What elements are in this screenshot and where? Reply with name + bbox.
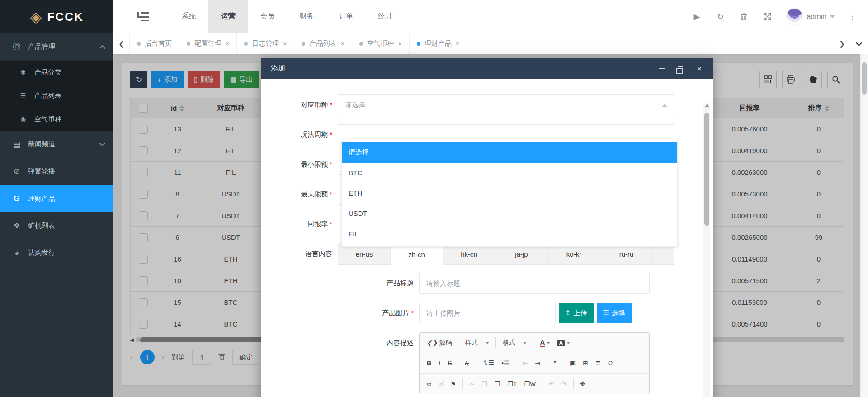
refresh-icon[interactable]: ↻: [715, 12, 725, 22]
dropdown-option-eth[interactable]: ETH: [342, 183, 677, 203]
ordered-list-button[interactable]: ⒈☰: [480, 358, 497, 369]
nav-item-finance[interactable]: 财务: [287, 0, 326, 33]
lang-tab-hk-cn[interactable]: hk-cn: [443, 244, 495, 264]
tabs-collapse-button[interactable]: [850, 33, 868, 54]
tab-logs[interactable]: 日志管理 ×: [237, 33, 294, 54]
dropdown-option-placeholder[interactable]: 请选择: [342, 142, 677, 163]
lang-tab-ru-ru[interactable]: ru-ru: [600, 244, 653, 264]
anchor-flag-button[interactable]: ⚑: [448, 379, 459, 389]
close-icon[interactable]: ×: [340, 40, 344, 47]
tabs-scroll-left[interactable]: ❮: [113, 33, 130, 54]
close-icon[interactable]: ×: [456, 40, 459, 47]
tab-home[interactable]: 后台首页: [130, 33, 179, 54]
link-button[interactable]: ∞: [424, 379, 434, 389]
tab-product-list[interactable]: 产品列表 ×: [294, 33, 352, 54]
list-icon: ☰: [18, 92, 28, 99]
scroll-up-icon[interactable]: [705, 104, 709, 107]
product-image-input[interactable]: [419, 303, 556, 323]
source-code-button[interactable]: ❮❯源码: [424, 337, 454, 348]
remove-format-button[interactable]: Iₓ: [462, 358, 472, 368]
top-navbar: 系统 运营 会员 财务 订单 统计 ▶ ↻ admin ⋮: [113, 0, 868, 33]
nav-item-order[interactable]: 订单: [326, 0, 366, 33]
sidebar-group-product-management[interactable]: Ⓟ 产品管理: [0, 33, 113, 61]
paste-button[interactable]: ❒: [492, 379, 503, 389]
tabs-scroll-right[interactable]: ❯: [834, 33, 850, 54]
tab-config[interactable]: 配置管理 ×: [179, 33, 237, 54]
upload-button[interactable]: ↥上传: [559, 303, 594, 323]
tab-dot: [244, 42, 248, 46]
dialog-titlebar[interactable]: 添加 ×: [261, 58, 713, 79]
nav-item-member[interactable]: 会员: [248, 0, 287, 33]
cycle-field-label: 玩法周期*: [261, 131, 332, 139]
sidebar-item-miner-list[interactable]: ❖ 矿机列表: [0, 212, 113, 239]
text-color-button[interactable]: A: [537, 337, 553, 349]
bg-color-button[interactable]: A: [555, 338, 572, 348]
close-icon[interactable]: ×: [226, 40, 229, 47]
close-icon[interactable]: ×: [283, 40, 287, 47]
sidebar-item-product-category[interactable]: ✱ 产品分类: [0, 61, 113, 84]
blockquote-button[interactable]: ”: [551, 358, 559, 368]
cut-button[interactable]: ✂: [467, 379, 477, 389]
gear-icon: ✱: [18, 69, 28, 76]
nav-item-system[interactable]: 系统: [169, 0, 208, 33]
scrollbar-thumb[interactable]: [704, 113, 709, 226]
product-title-input[interactable]: [419, 273, 650, 294]
tab-dot: [187, 42, 190, 46]
sidebar-submenu: ✱ 产品分类 ☰ 产品列表 ◉ 空气币种: [0, 61, 113, 131]
page-scrollbar[interactable]: [860, 54, 868, 397]
more-options-icon[interactable]: ⋮: [848, 12, 856, 22]
sidebar-item-wealth-product[interactable]: G 理财产品: [0, 185, 113, 212]
maximize-icon[interactable]: [677, 65, 684, 72]
coin-select[interactable]: 请选择: [338, 94, 674, 115]
nav-item-operation[interactable]: 运营: [208, 0, 248, 33]
strikethrough-button[interactable]: S: [445, 358, 454, 368]
lang-tab-ko-kr[interactable]: ko-kr: [548, 244, 600, 264]
trash-icon[interactable]: [739, 13, 749, 21]
undo-button[interactable]: ↶: [546, 379, 557, 389]
sidebar-item-popup-carousel[interactable]: ⊘ 弹窗轮播: [0, 158, 113, 185]
italic-button[interactable]: I: [436, 358, 443, 368]
nav-item-statistics[interactable]: 统计: [366, 0, 405, 33]
outdent-button[interactable]: ⇤: [520, 358, 531, 368]
redo-button[interactable]: ↷: [559, 379, 570, 389]
fullscreen-icon[interactable]: [762, 13, 772, 20]
paste-word-button[interactable]: ❒W: [522, 379, 539, 389]
maximize-button[interactable]: ✥: [577, 379, 588, 389]
image-button[interactable]: ▣: [567, 358, 578, 368]
horizontal-rule-button[interactable]: ≣: [593, 358, 604, 368]
sidebar-item-product-list[interactable]: ☰ 产品列表: [0, 84, 113, 107]
bullet-list-button[interactable]: •☰: [499, 358, 512, 368]
dropdown-option-btc[interactable]: BTC: [342, 163, 677, 183]
caret-down-icon: [566, 342, 570, 344]
lang-tab-ja-jp[interactable]: ja-jp: [495, 244, 548, 264]
max-field-label: 最大限额*: [261, 190, 332, 199]
unlink-button[interactable]: ∞̸: [436, 379, 446, 389]
tab-air-coin[interactable]: 空气币种 ×: [352, 33, 410, 54]
dialog-scrollbar[interactable]: [703, 103, 710, 397]
play-icon[interactable]: ▶: [692, 12, 702, 22]
scrollbar-thumb[interactable]: [862, 62, 867, 95]
dropdown-option-usdt[interactable]: USDT: [342, 203, 677, 224]
table-button[interactable]: ⊞: [580, 358, 591, 368]
dropdown-option-fil[interactable]: FIL: [342, 224, 677, 244]
sidebar-toggle-icon[interactable]: [137, 12, 149, 21]
close-icon[interactable]: ×: [696, 65, 703, 72]
format-dropdown[interactable]: 格式: [500, 337, 529, 348]
minimize-icon[interactable]: [658, 65, 665, 72]
choose-button[interactable]: ☰选择: [597, 303, 632, 323]
sidebar-item-air-coin[interactable]: ◉ 空气币种: [0, 107, 113, 131]
brand-name: FCCK: [47, 10, 83, 24]
lang-tab-en-us[interactable]: en-us: [338, 244, 391, 264]
sidebar-item-news-channel[interactable]: ▤ 新闻频道: [0, 131, 113, 158]
lang-tab-zh-cn[interactable]: zh-cn: [391, 244, 443, 265]
paste-text-button[interactable]: ❒T: [505, 379, 519, 389]
bold-button[interactable]: B: [424, 358, 434, 368]
user-menu[interactable]: admin: [786, 8, 835, 25]
indent-button[interactable]: ⇥: [532, 358, 543, 368]
close-icon[interactable]: ×: [398, 40, 402, 47]
sidebar-item-subscription-issue[interactable]: ◕ 认购发行: [0, 239, 113, 266]
copy-button[interactable]: ❐: [479, 379, 490, 389]
tab-wealth-product[interactable]: 理财产品 ×: [410, 33, 467, 54]
style-dropdown[interactable]: 样式: [462, 337, 492, 348]
special-char-button[interactable]: Ω: [605, 358, 615, 368]
